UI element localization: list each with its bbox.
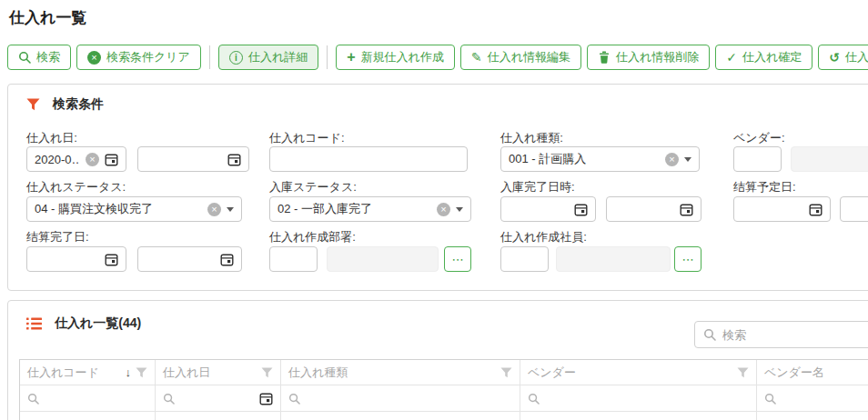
purchase-type-value: 001 - 計画購入 bbox=[509, 151, 660, 167]
settlement-due-to-input[interactable] bbox=[840, 196, 868, 222]
purchase-type-label: 仕入れ種類: bbox=[500, 130, 563, 146]
toolbar-divider bbox=[209, 45, 210, 69]
search-panel-title: 検索条件 bbox=[53, 96, 104, 113]
filter-funnel-icon[interactable] bbox=[136, 367, 147, 378]
calendar-icon[interactable] bbox=[220, 253, 234, 266]
filter-funnel-icon[interactable] bbox=[261, 367, 273, 378]
pencil-icon: ✎ bbox=[471, 51, 482, 64]
delete-purchase-button[interactable]: 仕入れ情報削除 bbox=[587, 45, 710, 70]
confirm-purchase-button[interactable]: ✓ 仕入れ確定 bbox=[715, 45, 812, 70]
search-icon bbox=[703, 328, 716, 341]
purchase-code-label: 仕入れコード: bbox=[269, 130, 345, 146]
calendar-icon[interactable] bbox=[105, 153, 118, 166]
purchase-detail-button-label: 仕入れ詳細 bbox=[248, 49, 308, 65]
filter-cell-vendor[interactable] bbox=[520, 385, 757, 411]
calendar-icon[interactable] bbox=[680, 203, 693, 216]
edit-purchase-button[interactable]: ✎ 仕入れ情報編集 bbox=[460, 45, 581, 70]
calendar-icon[interactable] bbox=[259, 392, 273, 405]
search-icon bbox=[163, 393, 175, 405]
sort-desc-icon[interactable]: ↓ bbox=[126, 365, 132, 379]
vendor-label: ベンダー: bbox=[733, 130, 785, 146]
filter-cell-purchase-date[interactable] bbox=[156, 385, 281, 411]
clear-value-icon[interactable]: × bbox=[437, 203, 450, 216]
column-header-purchase-type[interactable]: 仕入れ種類 bbox=[281, 360, 520, 385]
calendar-icon[interactable] bbox=[809, 203, 823, 216]
receiving-status-value: 02 - 一部入庫完了 bbox=[278, 201, 431, 217]
created-employee-code-input[interactable] bbox=[500, 246, 549, 272]
edit-purchase-button-label: 仕入れ情報編集 bbox=[488, 49, 570, 65]
list-search-input[interactable] bbox=[722, 328, 868, 342]
purchase-date-from-input[interactable]: 2020-0… × bbox=[26, 146, 126, 172]
filter-cell-vendor-name[interactable] bbox=[757, 385, 868, 411]
column-header-vendor[interactable]: ベンダー bbox=[520, 360, 757, 385]
purchase-code-input[interactable] bbox=[269, 146, 468, 172]
cancel-purchase-button[interactable]: ↺ 仕入れ取消 bbox=[818, 45, 868, 70]
clear-value-icon[interactable]: × bbox=[665, 153, 679, 166]
ellipsis-icon: ⋯ bbox=[682, 253, 694, 266]
purchase-date-to-input[interactable] bbox=[137, 146, 249, 172]
calendar-icon[interactable] bbox=[105, 253, 118, 266]
filter-funnel-icon[interactable] bbox=[737, 367, 749, 378]
settlement-completed-from-input[interactable] bbox=[26, 246, 126, 272]
receiving-completed-to-input[interactable] bbox=[606, 196, 701, 222]
purchase-date-label: 仕入れ日: bbox=[26, 130, 77, 146]
list-icon bbox=[26, 317, 42, 330]
check-icon: ✓ bbox=[726, 51, 737, 64]
vendor-code-input[interactable] bbox=[733, 146, 782, 172]
receiving-completed-from-input[interactable] bbox=[500, 196, 596, 222]
confirm-purchase-button-label: 仕入れ確定 bbox=[742, 49, 802, 65]
plus-icon: + bbox=[347, 50, 355, 65]
chevron-down-icon[interactable] bbox=[684, 157, 691, 162]
purchase-detail-button[interactable]: i 仕入れ詳細 bbox=[218, 45, 318, 70]
filter-cell-purchase-type[interactable] bbox=[281, 385, 520, 411]
create-purchase-button-label: 新規仕入れ作成 bbox=[361, 49, 444, 65]
table-row[interactable] bbox=[20, 412, 868, 420]
table-header-row: 仕入れコード ↓ 仕入れ日 仕入れ種類 ベンダー bbox=[20, 360, 868, 385]
clear-value-icon[interactable]: × bbox=[86, 153, 99, 166]
calendar-icon[interactable] bbox=[574, 203, 588, 216]
column-header-purchase-date[interactable]: 仕入れ日 bbox=[156, 360, 281, 385]
page-title: 仕入れ一覧 bbox=[9, 7, 86, 28]
settlement-due-label: 结算予定日: bbox=[733, 179, 796, 195]
created-employee-name-field bbox=[556, 246, 671, 272]
created-department-code-input[interactable] bbox=[269, 246, 318, 272]
purchase-type-select[interactable]: 001 - 計画購入 × bbox=[500, 146, 700, 172]
search-criteria-panel: 検索条件 仕入れ日: 2020-0… × 仕入れコード: 仕入れ種類: 001 … bbox=[7, 84, 868, 291]
list-search-box bbox=[694, 321, 868, 348]
search-button[interactable]: 検索 bbox=[7, 45, 71, 70]
column-header-vendor-name[interactable]: ベンダー名 bbox=[757, 360, 868, 385]
purchase-status-select[interactable]: 04 - 購買注文検収完了 × bbox=[26, 196, 242, 222]
search-button-label: 検索 bbox=[36, 49, 60, 65]
settlement-due-from-input[interactable] bbox=[733, 196, 831, 222]
filter-cell-purchase-code[interactable] bbox=[20, 385, 156, 411]
created-department-label: 仕入れ作成部署: bbox=[269, 229, 356, 245]
column-header-purchase-code[interactable]: 仕入れコード ↓ bbox=[20, 360, 156, 385]
calendar-icon[interactable] bbox=[227, 153, 241, 166]
clear-search-button[interactable]: × 検索条件クリア bbox=[76, 45, 201, 70]
chevron-down-icon[interactable] bbox=[456, 207, 463, 212]
purchase-status-value: 04 - 購買注文検収完了 bbox=[35, 201, 202, 217]
purchase-list-page: 仕入れ一覧 検索 × 検索条件クリア i 仕入れ詳細 + 新規仕入れ作成 ✎ 仕… bbox=[0, 0, 868, 420]
receiving-completed-label: 入庫完了日時: bbox=[500, 179, 575, 195]
receiving-status-label: 入庫ステータス: bbox=[269, 179, 357, 195]
filter-funnel-icon[interactable] bbox=[500, 367, 512, 378]
create-purchase-button[interactable]: + 新規仕入れ作成 bbox=[336, 45, 455, 70]
cancel-purchase-button-label: 仕入れ取消 bbox=[845, 49, 868, 65]
search-icon bbox=[27, 393, 39, 405]
settlement-completed-label: 结算完了日: bbox=[26, 229, 89, 245]
created-employee-lookup-button[interactable]: ⋯ bbox=[674, 246, 701, 272]
search-icon bbox=[288, 393, 300, 405]
filter-funnel-icon bbox=[26, 98, 40, 111]
purchase-list-panel: 仕入れ一覧(44) 仕入れコード ↓ 仕入れ日 仕入れ種 bbox=[7, 300, 868, 420]
settlement-completed-to-input[interactable] bbox=[137, 246, 242, 272]
created-department-name-field bbox=[327, 246, 439, 272]
delete-purchase-button-label: 仕入れ情報削除 bbox=[616, 49, 699, 65]
clear-value-icon[interactable]: × bbox=[207, 203, 221, 216]
created-employee-label: 仕入れ作成社員: bbox=[500, 229, 587, 245]
search-panel-header: 検索条件 bbox=[26, 96, 104, 113]
receiving-status-select[interactable]: 02 - 一部入庫完了 × bbox=[269, 196, 471, 222]
clear-search-button-label: 検索条件クリア bbox=[106, 49, 190, 65]
created-department-lookup-button[interactable]: ⋯ bbox=[444, 246, 471, 272]
chevron-down-icon[interactable] bbox=[227, 207, 234, 212]
clear-circle-icon: × bbox=[87, 51, 101, 65]
